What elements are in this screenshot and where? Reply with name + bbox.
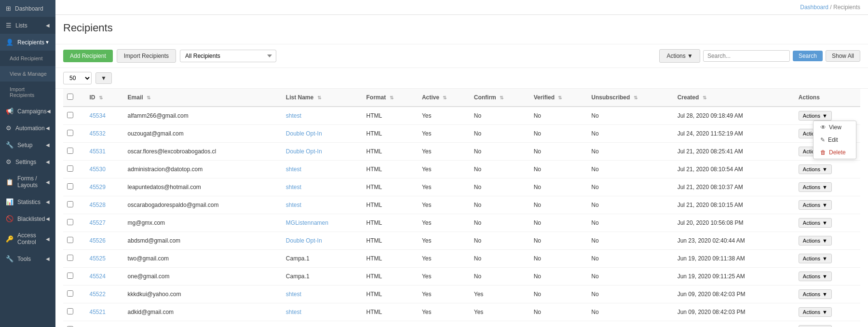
row-checkbox[interactable] [67, 201, 73, 207]
edit-icon: ✎ [820, 136, 825, 143]
recipient-active: Yes [418, 143, 470, 161]
recipient-confirm: No [470, 125, 530, 143]
sidebar-item-add-recipient[interactable]: Add Recipient [0, 51, 55, 66]
row-checkbox[interactable] [67, 148, 73, 154]
col-email[interactable]: Email ⇅ [124, 89, 282, 107]
recipient-id-link[interactable]: 45534 [89, 112, 105, 119]
sidebar-item-import-recipients[interactable]: Import Recipients [0, 82, 55, 103]
sidebar-item-settings[interactable]: ⚙ Settings ◀ [0, 153, 55, 170]
recipient-id-link[interactable]: 45525 [89, 255, 105, 262]
col-id[interactable]: ID ⇅ [85, 89, 123, 107]
recipient-list-link[interactable]: Double Opt-In [286, 130, 322, 137]
recipients-table-container: ID ⇅ Email ⇅ List Name ⇅ Format ⇅ Active… [55, 89, 868, 327]
recipient-id-link[interactable]: 45530 [89, 166, 105, 173]
recipient-list-link[interactable]: shtest [286, 112, 301, 119]
actions-button[interactable]: Actions ▼ [799, 272, 832, 281]
col-active[interactable]: Active ⇅ [418, 89, 470, 107]
recipient-id-link[interactable]: 45524 [89, 273, 105, 280]
recipient-list-link[interactable]: Double Opt-In [286, 237, 322, 244]
delete-action[interactable]: 🗑 Delete [814, 146, 856, 159]
search-input[interactable] [703, 50, 790, 62]
actions-button[interactable]: Actions ▼ [799, 325, 832, 327]
row-checkbox[interactable] [67, 290, 73, 297]
per-page-select[interactable]: 50 25 10 100 [63, 72, 92, 84]
actions-button[interactable]: Actions ▼ [799, 254, 832, 263]
actions-button[interactable]: Actions ▼ [799, 289, 832, 299]
delete-label: Delete [829, 149, 846, 156]
col-created[interactable]: Created ⇅ [674, 89, 795, 107]
edit-action[interactable]: ✎ Edit [814, 134, 856, 146]
col-unsubscribed[interactable]: Unsubscribed ⇅ [587, 89, 673, 107]
sidebar-item-setup[interactable]: 🔧 Setup ◀ [0, 136, 55, 153]
sidebar-item-tools[interactable]: 🔧 Tools ◀ [0, 250, 55, 267]
actions-button[interactable]: Actions ▼ [799, 164, 832, 174]
row-checkbox[interactable] [67, 130, 73, 136]
breadcrumb-dashboard-link[interactable]: Dashboard [800, 4, 828, 11]
actions-button[interactable]: Actions ▼ [799, 200, 832, 210]
recipient-list-link[interactable]: MGListennamen [286, 219, 328, 226]
row-checkbox[interactable] [67, 237, 73, 243]
recipient-verified: No [530, 286, 588, 303]
sidebar-item-view-manage[interactable]: View & Manage [0, 66, 55, 82]
recipient-list-link[interactable]: shtest [286, 291, 301, 298]
recipient-list-link[interactable]: shtest [286, 309, 301, 315]
actions-button[interactable]: Actions ▼ [799, 218, 832, 228]
sidebar-item-recipients[interactable]: 👤 Recipients ▼ [0, 34, 55, 51]
row-checkbox[interactable] [67, 272, 73, 279]
sidebar-item-blacklisted[interactable]: 🚫 Blacklisted ◀ [0, 210, 55, 227]
recipient-email: adkid@gmail.com [124, 303, 282, 321]
recipient-unsubscribed: No [587, 303, 673, 321]
col-format[interactable]: Format ⇅ [363, 89, 418, 107]
recipient-list-link[interactable]: shtest [286, 184, 301, 191]
actions-button[interactable]: Actions ▼ [799, 182, 832, 192]
sidebar-item-forms-layouts[interactable]: 📋 Forms / Layouts ◀ [0, 170, 55, 193]
recipient-email: alfamm266@gmail.com [124, 107, 282, 125]
recipient-actions-cell: Actions ▼ 👁 View ✎ Edit 🗑 Delete [795, 107, 860, 125]
recipient-unsubscribed: No [587, 143, 673, 161]
recipient-actions-cell: Actions ▼ [795, 268, 860, 286]
recipient-id-link[interactable]: 45531 [89, 148, 105, 155]
sidebar-item-automation[interactable]: ⚙ Automation ◀ [0, 120, 55, 136]
actions-button[interactable]: Actions ▼ [799, 111, 832, 121]
recipient-id-link[interactable]: 45526 [89, 237, 105, 244]
actions-dropdown-container: Actions ▼ 👁 View ✎ Edit 🗑 Delete [799, 111, 856, 121]
sidebar-item-lists[interactable]: ☰ Lists ◀ [0, 17, 55, 34]
recipient-id-link[interactable]: 45528 [89, 202, 105, 208]
recipient-id-link[interactable]: 45521 [89, 309, 105, 315]
actions-button[interactable]: Actions ▼ [799, 236, 832, 245]
recipient-id-link[interactable]: 45522 [89, 291, 105, 298]
add-recipient-button[interactable]: Add Recipient [63, 50, 113, 62]
actions-caret-icon: ▼ [822, 202, 827, 208]
select-all-checkbox[interactable] [67, 94, 73, 100]
sidebar-item-dashboard[interactable]: ⊞ Dashboard [0, 0, 55, 17]
main-content: Dashboard / Recipients Recipients Add Re… [55, 0, 868, 327]
all-recipients-filter[interactable]: All Recipients [180, 50, 276, 62]
sidebar-item-access-control[interactable]: 🔑 Access Control ◀ [0, 227, 55, 250]
row-checkbox[interactable] [67, 219, 73, 225]
recipient-id-link[interactable]: 45532 [89, 130, 105, 137]
row-checkbox[interactable] [67, 112, 73, 118]
sidebar-item-statistics[interactable]: 📊 Statistics ◀ [0, 193, 55, 210]
sidebar: ⊞ Dashboard ☰ Lists ◀ 👤 Recipients ▼ Add… [0, 0, 55, 327]
row-checkbox[interactable] [67, 165, 73, 172]
recipient-id-link[interactable]: 45527 [89, 219, 105, 226]
recipient-id-link[interactable]: 45529 [89, 184, 105, 191]
top-actions-button[interactable]: Actions ▼ [659, 49, 700, 63]
col-list-name[interactable]: List Name ⇅ [282, 89, 363, 107]
row-checkbox[interactable] [67, 255, 73, 261]
lists-icon: ☰ [6, 22, 12, 29]
row-checkbox[interactable] [67, 308, 73, 314]
import-recipients-button[interactable]: Import Recipients [117, 49, 176, 63]
search-button[interactable]: Search [793, 51, 823, 61]
recipient-active: Yes [418, 303, 470, 321]
row-checkbox[interactable] [67, 183, 73, 190]
actions-button[interactable]: Actions ▼ [799, 307, 832, 317]
col-verified[interactable]: Verified ⇅ [530, 89, 588, 107]
recipient-list-link[interactable]: shtest [286, 166, 301, 173]
col-confirm[interactable]: Confirm ⇅ [470, 89, 530, 107]
recipient-list-link[interactable]: shtest [286, 202, 301, 208]
view-action[interactable]: 👁 View [814, 121, 856, 134]
show-all-button[interactable]: Show All [826, 50, 860, 62]
sidebar-item-campaigns[interactable]: 📢 Campaigns ◀ [0, 103, 55, 120]
recipient-list-link[interactable]: Double Opt-In [286, 148, 322, 155]
